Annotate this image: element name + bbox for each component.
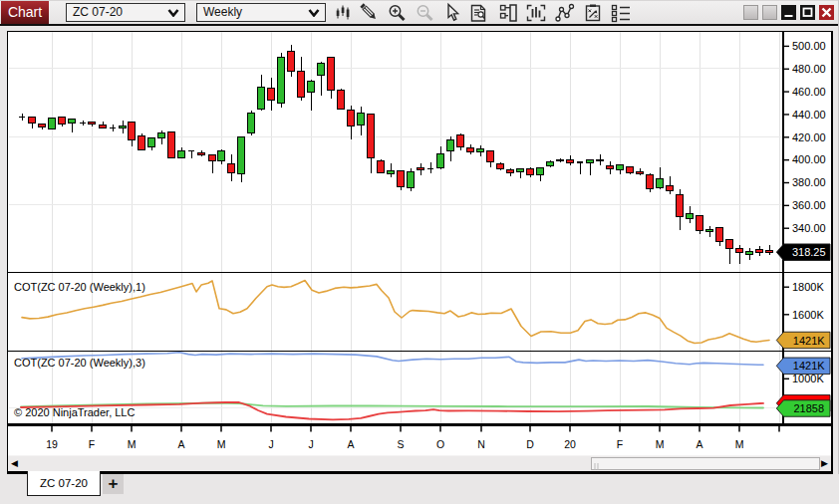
svg-text:M: M (217, 438, 226, 450)
svg-text:1600K: 1600K (792, 309, 824, 321)
svg-text:O: O (436, 438, 444, 450)
svg-text:1800K: 1800K (792, 281, 824, 293)
svg-text:360.00: 360.00 (792, 199, 826, 211)
svg-text:N: N (477, 438, 485, 450)
svg-text:S: S (397, 438, 404, 450)
svg-text:© 2020 NinjaTrader, LLC: © 2020 NinjaTrader, LLC (14, 406, 135, 418)
svg-text:M: M (656, 438, 665, 450)
svg-text:420.00: 420.00 (792, 131, 826, 143)
svg-text:480.00: 480.00 (792, 63, 826, 75)
svg-text:19: 19 (46, 438, 58, 450)
svg-text:440.00: 440.00 (792, 109, 826, 121)
svg-text:A: A (347, 438, 354, 450)
svg-text:D: D (526, 438, 534, 450)
svg-text:500.00: 500.00 (792, 40, 826, 52)
svg-text:A: A (177, 438, 184, 450)
svg-text:COT(ZC 07-20 (Weekly),3): COT(ZC 07-20 (Weekly),3) (14, 357, 145, 369)
svg-text:460.00: 460.00 (792, 86, 826, 98)
svg-text:1421K: 1421K (793, 360, 825, 372)
svg-text:A: A (696, 438, 702, 450)
svg-text:20: 20 (564, 438, 576, 450)
svg-text:1421K: 1421K (793, 335, 825, 347)
svg-text:M: M (735, 438, 744, 450)
svg-text:340.00: 340.00 (792, 222, 826, 234)
svg-text:F: F (89, 438, 95, 450)
svg-text:400.00: 400.00 (792, 153, 826, 165)
svg-text:380.00: 380.00 (792, 176, 826, 188)
svg-text:F: F (617, 438, 623, 450)
svg-text:21858: 21858 (793, 402, 824, 414)
svg-text:COT(ZC 07-20 (Weekly),1): COT(ZC 07-20 (Weekly),1) (14, 281, 145, 293)
svg-text:318.25: 318.25 (792, 246, 826, 258)
svg-text:M: M (128, 438, 137, 450)
svg-text:1000K: 1000K (792, 373, 824, 384)
svg-text:J: J (308, 438, 313, 450)
svg-text:J: J (268, 438, 273, 450)
